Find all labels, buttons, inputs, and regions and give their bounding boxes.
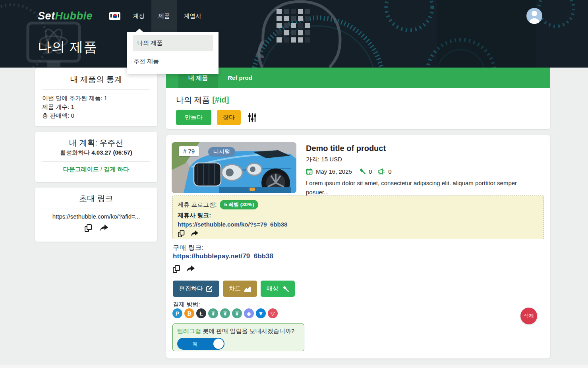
stats-rows: 이번 달에 추가된 제품: 1 제품 개수: 1 총 판매액: 0 (35, 94, 157, 120)
section-heading: 나의 제품 [#id] (176, 95, 540, 105)
create-button[interactable]: 만들다 (176, 110, 211, 125)
taegeuk-icon (113, 14, 117, 18)
dropdown-item-ref-products[interactable]: 추천 제품 (127, 53, 219, 70)
app-header: SetHubble 계정 제품 계열사 나의 제품 (0, 0, 588, 68)
product-type-badge: 디지털 (208, 147, 235, 157)
affiliate-link-label: 제휴사 링크: (178, 212, 539, 219)
divider (42, 161, 150, 162)
filter-sliders-icon[interactable] (247, 112, 257, 123)
section-heading-id: [#id] (212, 95, 229, 104)
payment-ton-icon: ▼ (256, 308, 266, 318)
payment-tether-icon: ₮ (220, 308, 230, 318)
payment-tron-icon: ▽ (268, 308, 278, 318)
stats-row-total: 총 판매액: 0 (42, 111, 150, 120)
stats-card: 내 제품의 통계 이번 달에 추가된 제품: 1 제품 개수: 1 총 판매액:… (35, 68, 157, 126)
chart-button-label: 차트 (229, 285, 241, 292)
payment-tether-icon: ₮ (232, 308, 242, 318)
products-dropdown-menu: 나의 제품 추천 제품 (127, 32, 219, 74)
nav-menu: 계정 제품 계열사 (126, 0, 208, 32)
invite-card: 초대 링크 https://sethubble.com/ko/?afid=... (35, 188, 157, 242)
sales-count: 0 (369, 168, 372, 175)
product-image: # 79 디지털 (172, 142, 296, 193)
product-number-badge: # 79 (179, 146, 199, 156)
language-flag-icon[interactable] (109, 12, 120, 20)
nav-item-account[interactable]: 계정 (126, 0, 151, 32)
invite-card-title: 초대 링크 (35, 188, 157, 204)
affiliate-level-badge: 5 레벨 (30%) (220, 200, 258, 209)
nav-divider (0, 32, 588, 32)
extend-link[interactable]: 길게 하다 (104, 166, 129, 172)
telegram-toggle[interactable]: 예 (177, 338, 224, 350)
plan-status-label: 활성화하다 (60, 149, 90, 156)
plan-links: 다운그레이드 / 길게 하다 (35, 166, 157, 173)
product-tabs: 내 제품 Ref prod (166, 68, 550, 88)
copy-icon[interactable] (84, 224, 93, 232)
nav-item-products[interactable]: 제품 (151, 0, 177, 32)
plan-status: 활성화하다 4.03.27 (06:57) (35, 149, 157, 157)
calendar-icon (306, 168, 313, 175)
product-price: 가격: 15 USD (306, 156, 540, 163)
purchase-link-label: 구매 링크: (173, 243, 203, 252)
edit-pencil-icon (206, 285, 213, 292)
area-chart-icon (244, 286, 251, 292)
plan-card: 내 계획: 우주선 활성화하다 4.03.27 (06:57) 다운그레이드 /… (35, 132, 157, 182)
product-meta: May 16, 2025 0 0 (306, 168, 540, 175)
share-icon[interactable] (99, 224, 108, 232)
divider (42, 89, 150, 90)
brand-logo-set: Set (38, 10, 55, 22)
copy-icon[interactable] (172, 265, 181, 273)
product-date: May 16, 2025 (316, 168, 352, 175)
edit-button-label: 편집하다 (179, 285, 203, 292)
promo-count: 0 (388, 168, 391, 175)
product-description: Lorem ipsum dolor sit amet, consectetur … (306, 178, 528, 197)
toggle-label: 예 (177, 341, 213, 348)
section-heading-text: 나의 제품 (176, 95, 212, 104)
footer-strip (0, 365, 588, 368)
chart-button[interactable]: 차트 (223, 281, 257, 297)
invite-link[interactable]: https://sethubble.com/ko/?afid=... (35, 213, 157, 220)
toggle-knob (213, 339, 224, 349)
purchase-link[interactable]: https://hubblepay.net/79_6bb38 (173, 252, 273, 260)
payment-litecoin-icon: Ł (196, 308, 206, 318)
affiliate-box: 제휴 프로그램: 5 레벨 (30%) 제휴사 링크: https://seth… (172, 196, 544, 239)
telegram-question: 텔레그램 봇에 판매 알림을 보내시겠습니까? (177, 327, 300, 335)
delete-button[interactable]: 삭제 (520, 308, 537, 324)
divider (42, 209, 150, 209)
nav-item-affiliates[interactable]: 계열사 (177, 0, 208, 32)
find-button[interactable]: 찾다 (217, 110, 241, 125)
sales-button[interactable]: 매상 (261, 281, 295, 297)
payment-ethereum-icon: ◆ (244, 308, 254, 318)
stats-row-added: 이번 달에 추가된 제품: 1 (42, 94, 150, 103)
payment-bitcoin-icon: ₿ (184, 308, 194, 318)
product-info: Demo title of product 가격: 15 USD May 16,… (306, 144, 540, 197)
plan-active-until: 4.03.27 (06:57) (91, 149, 132, 156)
telegram-link[interactable]: 텔레그램 (177, 327, 201, 334)
payment-methods-label: 결제 방법: (173, 301, 200, 308)
brand-logo-hubble: Hubble (55, 10, 93, 22)
sales-button-label: 매상 (267, 285, 279, 292)
share-icon[interactable] (186, 265, 195, 273)
megaphone-icon (377, 168, 385, 175)
page-title: 나의 제품 (38, 38, 97, 56)
stats-row-count: 제품 개수: 1 (42, 103, 150, 111)
telegram-notice-box: 텔레그램 봇에 판매 알림을 보내시겠습니까? 예 (172, 323, 304, 351)
top-navbar: SetHubble 계정 제품 계열사 (0, 0, 588, 32)
affiliate-link[interactable]: https://sethubble.com/ko/?s=79_6bb38 (178, 221, 539, 228)
share-icon[interactable] (190, 230, 199, 238)
payment-methods: P ₿ Ł ₮ ₮ ₮ ◆ ▼ ▽ (172, 308, 278, 318)
telegram-question-text: 봇에 판매 알림을 보내시겠습니까? (201, 327, 294, 334)
gavel-icon (282, 285, 289, 292)
user-avatar[interactable] (526, 8, 542, 24)
downgrade-link[interactable]: 다운그레이드 (63, 166, 99, 172)
brand-logo[interactable]: SetHubble (38, 10, 93, 22)
gavel-icon (358, 168, 366, 175)
dropdown-item-my-products[interactable]: 나의 제품 (133, 35, 213, 51)
payment-tether-icon: ₮ (208, 308, 218, 318)
tab-ref-products[interactable]: Ref prod (218, 68, 262, 88)
copy-icon[interactable] (178, 230, 186, 238)
payment-payeer-icon: P (172, 308, 182, 318)
person-icon (526, 8, 542, 24)
plan-links-separator: / (99, 166, 104, 172)
edit-button[interactable]: 편집하다 (173, 281, 219, 297)
product-card: # 79 디지털 Demo title of product 가격: 15 US… (166, 135, 550, 358)
